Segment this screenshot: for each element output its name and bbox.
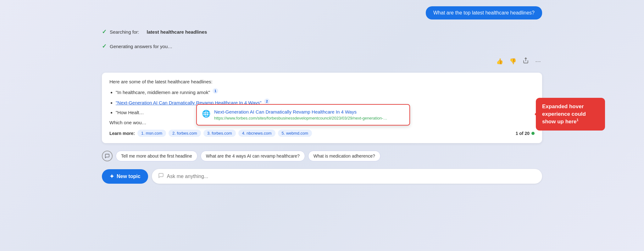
thumbs-up-button[interactable]: 👍 [495,56,504,66]
learn-more-label: Learn more: [109,131,135,136]
check-icon-generating: ✓ [102,43,107,50]
share-button[interactable] [521,56,530,66]
answer-section: Here are some of the latest healthcare h… [102,73,542,143]
citation-1: 1 [213,88,218,94]
bullet-1-text: "In healthcare, middlemen are running am… [116,90,210,95]
source-chip-2[interactable]: 2. forbes.com [169,130,201,137]
source-chip-3[interactable]: 3. forbes.com [203,130,236,137]
generating-label: Generating answers for you… [110,44,172,49]
chat-input-icon [158,173,164,180]
user-bubble: What are the top latest healthcare headl… [426,6,542,20]
citation-2: 2 [264,98,270,104]
bottom-bar: ✦ New topic [102,169,542,184]
search-input-container[interactable] [152,169,542,184]
popup-url: https://www.forbes.com/sites/forbesbusin… [214,116,387,120]
thumbs-down-button[interactable]: 👎 [508,56,518,66]
suggestions-row: Tell me more about the first headline Wh… [102,151,542,161]
check-icon-searching: ✓ [102,28,107,35]
search-term: latest healthcare headlines [147,29,207,35]
hover-callout-box: Expanded hover experience could show up … [536,98,605,131]
page-indicator: 1 of 20 [516,131,535,136]
searching-label: Searching for: [110,29,139,35]
answer-card: Here are some of the latest healthcare h… [102,73,542,143]
new-topic-icon: ✦ [109,173,114,180]
page-count: 1 of 20 [516,131,530,136]
hover-callout-text: Expanded hover experience could show up … [542,103,586,125]
chat-icon [102,151,113,161]
green-dot-icon [531,132,535,135]
list-item-1: "In healthcare, middlemen are running am… [116,88,535,96]
search-input[interactable] [167,174,536,179]
searching-status: ✓ Searching for: latest healthcare headl… [102,28,542,35]
learn-more-row: Learn more: 1. msn.com 2. forbes.com 3. … [109,130,535,137]
popup-title[interactable]: Next-Generation AI Can Dramatically Reva… [214,109,387,114]
suggestion-chip-1[interactable]: Tell me more about the first headline [116,151,197,161]
hover-popup-content: Next-Generation AI Can Dramatically Reva… [214,109,387,120]
bullet-3-text: "How Healt… [116,110,144,115]
hover-popup: 🌐 Next-Generation AI Can Dramatically Re… [196,104,410,126]
more-button[interactable]: ⋯ [534,56,542,66]
generating-status: ✓ Generating answers for you… [102,43,542,50]
new-topic-label: New topic [117,174,141,179]
suggestion-chip-3[interactable]: What is medication adherence? [308,151,380,161]
source-chip-4[interactable]: 4. nbcnews.com [238,130,275,137]
globe-icon: 🌐 [202,110,210,118]
callout-superscript: 1 [577,118,579,122]
source-chip-1[interactable]: 1. msn.com [137,130,166,137]
suggestion-chip-2[interactable]: What are the 4 ways AI can revamp health… [201,151,305,161]
user-message-row: What are the top latest healthcare headl… [102,6,542,20]
source-chip-5[interactable]: 5. webmd.com [278,130,312,137]
action-toolbar: 👍 👎 ⋯ [102,56,542,66]
answer-intro: Here are some of the latest healthcare h… [109,79,535,84]
new-topic-button[interactable]: ✦ New topic [102,169,148,184]
